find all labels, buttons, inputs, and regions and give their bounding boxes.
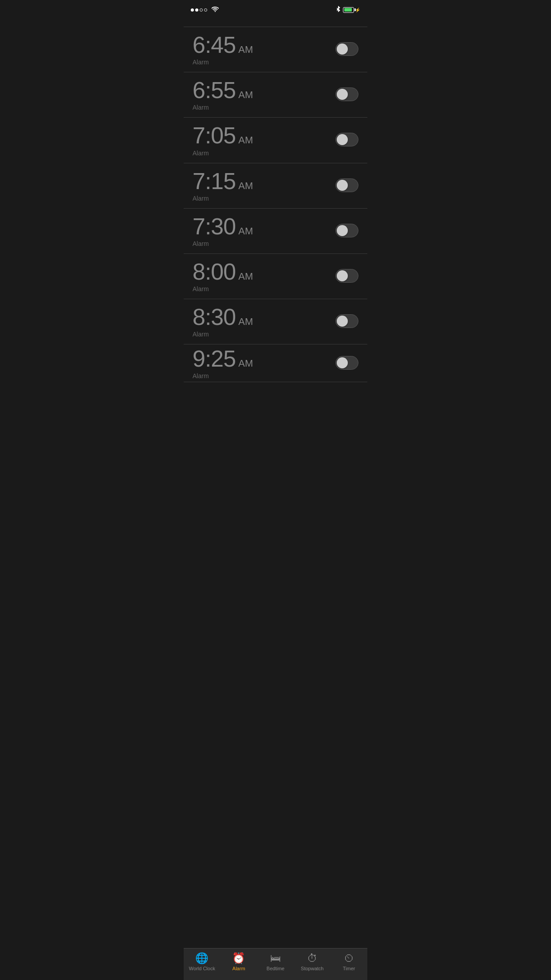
alarm-label: Alarm (193, 331, 253, 338)
alarm-period: AM (238, 316, 253, 328)
battery-icon (343, 7, 354, 13)
alarm-toggle[interactable] (335, 178, 358, 192)
signal-dot-4 (204, 8, 207, 12)
alarm-toggle[interactable] (335, 42, 358, 56)
nav-bar (184, 20, 367, 27)
status-bar: ⚡ (184, 0, 367, 20)
alarm-toggle[interactable] (335, 269, 358, 283)
bluetooth-icon (335, 6, 341, 14)
alarm-period: AM (238, 134, 253, 146)
toggle-track (335, 87, 358, 101)
alarm-info: 9:25 AM Alarm (193, 346, 253, 379)
toggle-thumb (337, 180, 348, 191)
alarm-period: AM (238, 271, 253, 282)
alarm-item[interactable]: 6:45 AM Alarm (184, 27, 367, 72)
toggle-track (335, 133, 358, 146)
alarm-time-text: 8:30 (193, 304, 236, 330)
alarm-toggle[interactable] (335, 224, 358, 237)
alarm-time: 7:15 AM (193, 169, 253, 194)
toggle-track (335, 42, 358, 56)
battery-container: ⚡ (343, 7, 360, 13)
alarm-time-text: 7:30 (193, 214, 236, 239)
toggle-thumb (337, 43, 348, 55)
alarm-period: AM (238, 225, 253, 237)
wifi-icon (212, 6, 219, 13)
alarm-time: 7:30 AM (193, 214, 253, 239)
signal-dot-1 (191, 8, 194, 12)
status-right: ⚡ (335, 6, 360, 14)
alarm-time: 6:45 AM (193, 32, 253, 58)
alarm-period: AM (238, 44, 253, 55)
toggle-track (335, 224, 358, 237)
battery-fill (344, 8, 352, 12)
alarm-info: 7:05 AM Alarm (193, 123, 253, 156)
alarm-time-text: 7:15 (193, 169, 236, 194)
alarm-time-text: 6:55 (193, 78, 236, 103)
alarm-label: Alarm (193, 285, 253, 292)
toggle-track (335, 178, 358, 192)
alarm-time-text: 7:05 (193, 123, 236, 148)
alarm-label: Alarm (193, 59, 253, 66)
alarm-time-text: 8:00 (193, 259, 236, 285)
alarm-time-text: 9:25 (193, 346, 236, 371)
alarm-label: Alarm (193, 195, 253, 202)
alarm-item[interactable]: 9:25 AM Alarm (184, 344, 367, 382)
alarm-item[interactable]: 7:05 AM Alarm (184, 118, 367, 163)
signal-dots (191, 8, 207, 12)
alarm-info: 8:30 AM Alarm (193, 304, 253, 338)
toggle-thumb (337, 225, 348, 236)
signal-dot-2 (195, 8, 198, 12)
alarm-time: 7:05 AM (193, 123, 253, 148)
toggle-thumb (337, 89, 348, 100)
alarm-item[interactable]: 7:15 AM Alarm (184, 163, 367, 209)
alarm-item[interactable]: 8:30 AM Alarm (184, 299, 367, 344)
toggle-thumb (337, 357, 348, 368)
alarm-label: Alarm (193, 150, 253, 157)
toggle-thumb (337, 270, 348, 281)
alarm-item[interactable]: 7:30 AM Alarm (184, 209, 367, 254)
alarm-period: AM (238, 89, 253, 101)
alarm-toggle[interactable] (335, 133, 358, 146)
alarm-period: AM (238, 180, 253, 192)
alarm-toggle[interactable] (335, 356, 358, 370)
alarm-item[interactable]: 6:55 AM Alarm (184, 72, 367, 118)
toggle-thumb (337, 316, 348, 327)
alarm-time: 8:30 AM (193, 304, 253, 330)
toggle-track (335, 356, 358, 370)
alarm-info: 8:00 AM Alarm (193, 259, 253, 292)
alarm-label: Alarm (193, 240, 253, 247)
toggle-track (335, 314, 358, 328)
status-left (191, 6, 219, 13)
alarm-info: 6:45 AM Alarm (193, 32, 253, 66)
alarm-label: Alarm (193, 104, 253, 111)
alarm-list: 6:45 AM Alarm 6:55 AM Alarm (184, 27, 367, 422)
toggle-thumb (337, 134, 348, 145)
alarm-toggle[interactable] (335, 87, 358, 101)
alarm-info: 7:15 AM Alarm (193, 169, 253, 202)
alarm-time: 8:00 AM (193, 259, 253, 285)
alarm-time: 6:55 AM (193, 78, 253, 103)
alarm-item[interactable]: 8:00 AM Alarm (184, 254, 367, 299)
alarm-time-text: 6:45 (193, 32, 236, 58)
alarm-toggle[interactable] (335, 314, 358, 328)
alarm-info: 7:30 AM Alarm (193, 214, 253, 247)
alarm-info: 6:55 AM Alarm (193, 78, 253, 111)
signal-dot-3 (200, 8, 203, 12)
alarm-label: Alarm (193, 372, 253, 379)
toggle-track (335, 269, 358, 283)
alarm-period: AM (238, 358, 253, 369)
alarm-time: 9:25 AM (193, 346, 253, 371)
